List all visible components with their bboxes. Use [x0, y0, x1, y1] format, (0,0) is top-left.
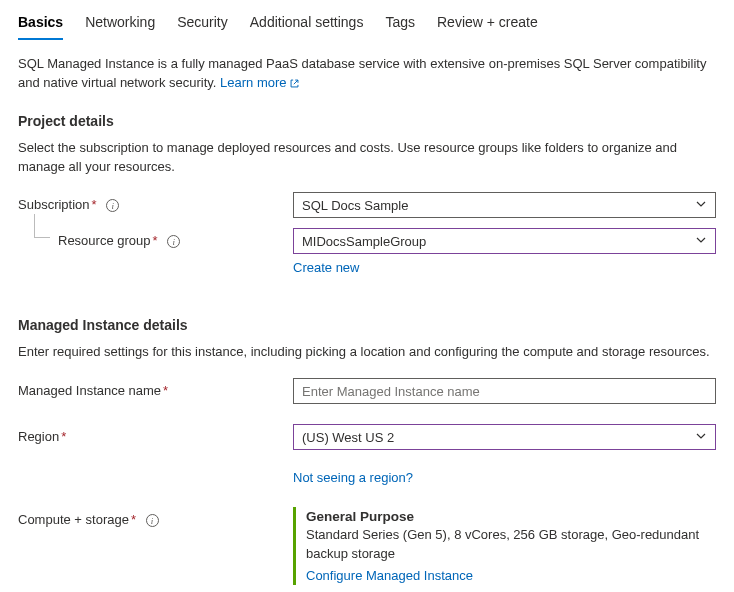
tab-tags[interactable]: Tags — [385, 10, 415, 40]
managed-instance-desc: Enter required settings for this instanc… — [18, 343, 716, 362]
resource-group-value: MIDocsSampleGroup — [302, 234, 426, 249]
info-icon[interactable]: i — [167, 235, 180, 248]
tab-bar: Basics Networking Security Additional se… — [18, 0, 716, 41]
region-select[interactable]: (US) West US 2 — [293, 424, 716, 450]
configure-instance-link[interactable]: Configure Managed Instance — [306, 568, 473, 583]
chevron-down-icon — [695, 234, 707, 249]
resource-group-label: Resource group* i — [18, 228, 293, 248]
compute-tier-sub: Standard Series (Gen 5), 8 vCores, 256 G… — [306, 526, 716, 564]
managed-instance-header: Managed Instance details — [18, 317, 716, 333]
intro-text: SQL Managed Instance is a fully managed … — [18, 55, 716, 93]
tab-basics[interactable]: Basics — [18, 10, 63, 40]
subscription-select[interactable]: SQL Docs Sample — [293, 192, 716, 218]
resource-group-select[interactable]: MIDocsSampleGroup — [293, 228, 716, 254]
tab-additional-settings[interactable]: Additional settings — [250, 10, 364, 40]
project-details-header: Project details — [18, 113, 716, 129]
instance-name-input-wrapper — [293, 378, 716, 404]
chevron-down-icon — [695, 430, 707, 445]
instance-name-label: Managed Instance name* — [18, 378, 293, 398]
instance-name-input[interactable] — [302, 384, 707, 399]
create-new-link[interactable]: Create new — [293, 260, 359, 275]
subscription-label: Subscription* i — [18, 192, 293, 212]
compute-tier-title: General Purpose — [306, 509, 716, 524]
info-icon[interactable]: i — [106, 199, 119, 212]
info-icon[interactable]: i — [146, 514, 159, 527]
intro-body: SQL Managed Instance is a fully managed … — [18, 56, 706, 90]
learn-more-link[interactable]: Learn more — [220, 75, 299, 90]
region-label: Region* — [18, 424, 293, 444]
external-link-icon — [289, 77, 300, 89]
compute-storage-label: Compute + storage* i — [18, 507, 293, 527]
project-details-desc: Select the subscription to manage deploy… — [18, 139, 716, 177]
not-seeing-region-link[interactable]: Not seeing a region? — [293, 470, 413, 485]
indent-line — [34, 214, 50, 238]
tab-review-create[interactable]: Review + create — [437, 10, 538, 40]
compute-summary: General Purpose Standard Series (Gen 5),… — [293, 507, 716, 585]
tab-security[interactable]: Security — [177, 10, 228, 40]
tab-networking[interactable]: Networking — [85, 10, 155, 40]
subscription-value: SQL Docs Sample — [302, 198, 408, 213]
chevron-down-icon — [695, 198, 707, 213]
region-value: (US) West US 2 — [302, 430, 394, 445]
